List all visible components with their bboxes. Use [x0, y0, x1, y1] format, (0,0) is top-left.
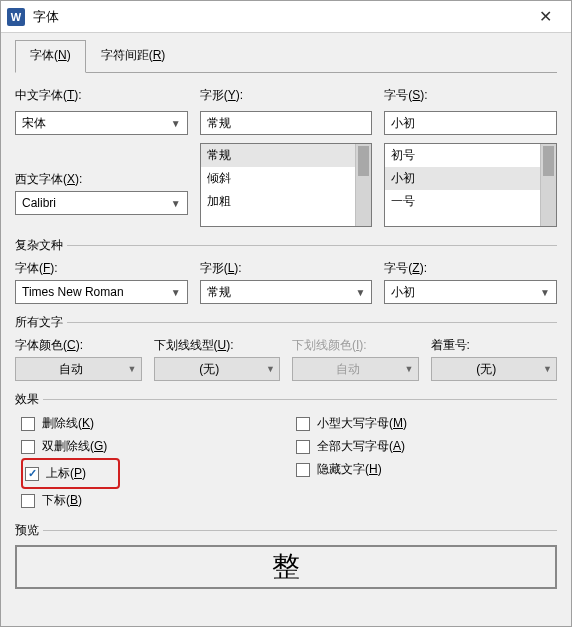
tab-bar: 字体(N) 字符间距(R) — [15, 39, 557, 73]
font-dialog: W 字体 ✕ 字体(N) 字符间距(R) 中文字体(T): 字形(Y): — [0, 0, 572, 627]
divider — [67, 245, 557, 246]
western-font-combo[interactable]: Calibri ▼ — [15, 191, 188, 215]
font-color-label: 字体颜色(C): — [15, 337, 142, 354]
font-color-dropdown[interactable]: 自动 ▼ — [15, 357, 142, 381]
effects-legend: 效果 — [15, 391, 39, 408]
font-style-value: 常规 — [207, 115, 370, 132]
complex-font-value: Times New Roman — [22, 285, 167, 299]
western-font-value: Calibri — [22, 196, 167, 210]
hidden-text-checkbox[interactable]: 隐藏文字(H) — [296, 458, 551, 481]
subscript-checkbox[interactable]: 下标(B) — [21, 489, 276, 512]
underline-style-value: (无) — [159, 361, 261, 378]
all-caps-checkbox[interactable]: 全部大写字母(A) — [296, 435, 551, 458]
checkbox-icon — [296, 417, 310, 431]
chinese-font-combo[interactable]: 宋体 ▼ — [15, 111, 188, 135]
superscript-checkbox[interactable]: 上标(P) — [25, 462, 86, 485]
highlight-box: 上标(P) — [21, 458, 120, 489]
complex-scripts-legend: 复杂文种 — [15, 237, 63, 254]
chevron-down-icon: ▼ — [167, 283, 185, 301]
underline-style-label: 下划线线型(U): — [154, 337, 281, 354]
list-item[interactable]: 加粗 — [201, 190, 372, 213]
scrollbar-thumb[interactable] — [543, 146, 554, 176]
app-icon: W — [7, 8, 25, 26]
all-text-legend: 所有文字 — [15, 314, 63, 331]
window-title: 字体 — [33, 8, 525, 26]
font-style-label: 字形(Y): — [200, 87, 373, 104]
chevron-down-icon: ▼ — [167, 194, 185, 212]
strikethrough-checkbox[interactable]: 删除线(K) — [21, 412, 276, 435]
complex-size-label: 字号(Z): — [384, 260, 557, 277]
font-style-listbox[interactable]: 常规 倾斜 加粗 — [200, 143, 373, 227]
underline-color-label: 下划线颜色(I): — [292, 337, 419, 354]
chevron-down-icon: ▼ — [351, 283, 369, 301]
emphasis-value: (无) — [436, 361, 538, 378]
chinese-font-label: 中文字体(T): — [15, 87, 188, 104]
tab-char-spacing[interactable]: 字符间距(R) — [86, 40, 181, 73]
complex-font-combo[interactable]: Times New Roman ▼ — [15, 280, 188, 304]
scrollbar[interactable] — [540, 144, 556, 226]
underline-color-dropdown: 自动 ▼ — [292, 357, 419, 381]
chevron-down-icon: ▼ — [405, 364, 414, 374]
font-size-combo[interactable]: 小初 — [384, 111, 557, 135]
titlebar: W 字体 ✕ — [1, 1, 571, 33]
list-item[interactable]: 小初 — [385, 167, 556, 190]
complex-font-label: 字体(F): — [15, 260, 188, 277]
checkbox-icon — [296, 440, 310, 454]
checkbox-icon — [21, 494, 35, 508]
list-item[interactable]: 一号 — [385, 190, 556, 213]
list-item[interactable]: 常规 — [201, 144, 372, 167]
complex-style-value: 常规 — [207, 284, 352, 301]
dialog-content: 字体(N) 字符间距(R) 中文字体(T): 字形(Y): 字号(S): — [1, 33, 571, 605]
divider — [43, 399, 557, 400]
checkbox-icon — [21, 417, 35, 431]
checkbox-icon — [25, 467, 39, 481]
close-button[interactable]: ✕ — [525, 2, 565, 32]
preview-sample-text: 整 — [272, 548, 300, 586]
preview-legend: 预览 — [15, 522, 39, 539]
complex-style-label: 字形(L): — [200, 260, 373, 277]
font-style-combo[interactable]: 常规 — [200, 111, 373, 135]
chevron-down-icon: ▼ — [266, 364, 275, 374]
divider — [67, 322, 557, 323]
chevron-down-icon: ▼ — [536, 283, 554, 301]
double-strikethrough-checkbox[interactable]: 双删除线(G) — [21, 435, 276, 458]
checkbox-icon — [296, 463, 310, 477]
list-item[interactable]: 倾斜 — [201, 167, 372, 190]
chinese-font-value: 宋体 — [22, 115, 167, 132]
chevron-down-icon: ▼ — [543, 364, 552, 374]
list-item[interactable]: 初号 — [385, 144, 556, 167]
checkbox-icon — [21, 440, 35, 454]
scrollbar-thumb[interactable] — [358, 146, 369, 176]
close-icon: ✕ — [539, 7, 552, 26]
divider — [43, 530, 557, 531]
font-color-value: 自动 — [20, 361, 122, 378]
font-size-listbox[interactable]: 初号 小初 一号 — [384, 143, 557, 227]
western-font-label: 西文字体(X): — [15, 171, 188, 188]
preview-panel: 整 — [15, 545, 557, 589]
underline-style-dropdown[interactable]: (无) ▼ — [154, 357, 281, 381]
font-size-label: 字号(S): — [384, 87, 557, 104]
chevron-down-icon: ▼ — [128, 364, 137, 374]
font-size-value: 小初 — [391, 115, 554, 132]
emphasis-label: 着重号: — [431, 337, 558, 354]
complex-size-combo[interactable]: 小初 ▼ — [384, 280, 557, 304]
tab-font[interactable]: 字体(N) — [15, 40, 86, 73]
chevron-down-icon: ▼ — [167, 114, 185, 132]
complex-style-combo[interactable]: 常规 ▼ — [200, 280, 373, 304]
emphasis-dropdown[interactable]: (无) ▼ — [431, 357, 558, 381]
scrollbar[interactable] — [355, 144, 371, 226]
small-caps-checkbox[interactable]: 小型大写字母(M) — [296, 412, 551, 435]
complex-size-value: 小初 — [391, 284, 536, 301]
underline-color-value: 自动 — [297, 361, 399, 378]
